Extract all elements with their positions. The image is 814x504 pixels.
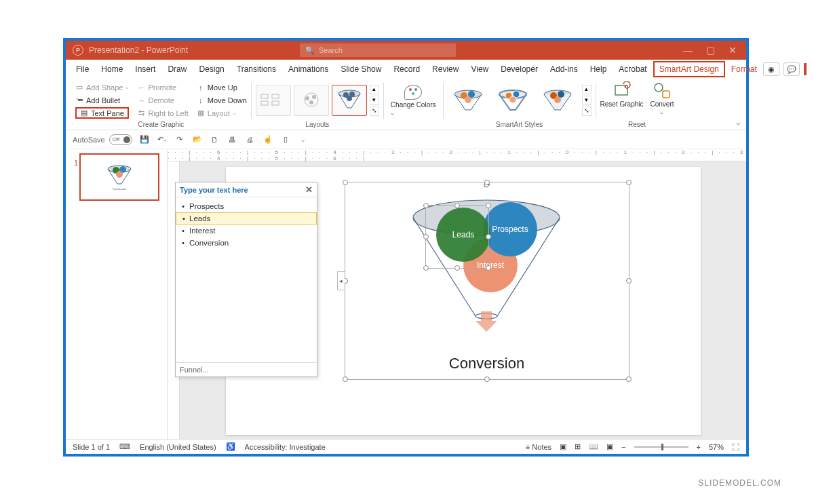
add-bullet-button[interactable]: ≔Add Bullet bbox=[75, 94, 129, 106]
shape-handle[interactable] bbox=[486, 234, 491, 239]
layout-option-2[interactable] bbox=[294, 85, 329, 116]
sorter-view-button[interactable]: ⊞ bbox=[575, 442, 581, 451]
leads-shape-selection[interactable] bbox=[425, 205, 489, 269]
tab-design[interactable]: Design bbox=[193, 61, 230, 77]
shape-handle[interactable] bbox=[423, 265, 429, 271]
open-button[interactable]: 📂 bbox=[192, 134, 203, 145]
layout-scroll-down[interactable]: ▾ bbox=[370, 96, 379, 105]
tab-home[interactable]: Home bbox=[95, 61, 129, 77]
shape-handle[interactable] bbox=[423, 203, 429, 208]
text-pane-button[interactable]: ▤Text Pane bbox=[75, 107, 129, 119]
reading-view-button[interactable]: 📖 bbox=[589, 442, 598, 451]
save-button[interactable]: 💾 bbox=[139, 134, 150, 145]
style-scroll-up[interactable]: ▴ bbox=[582, 85, 592, 94]
camera-button[interactable]: ◉ bbox=[763, 62, 779, 76]
layout-scroll-up[interactable]: ▴ bbox=[370, 85, 379, 94]
notes-button[interactable]: ≡ Notes bbox=[526, 443, 551, 451]
zoom-slider[interactable] bbox=[634, 446, 689, 448]
status-accessibility[interactable]: Accessibility: Investigate bbox=[245, 443, 326, 451]
resize-handle-nw[interactable] bbox=[343, 180, 348, 185]
shape-handle[interactable] bbox=[486, 203, 491, 208]
new-button[interactable]: 🗋 bbox=[210, 134, 220, 145]
slideshow-view-button[interactable]: ▣ bbox=[606, 442, 613, 451]
promote-button[interactable]: ←Promote bbox=[137, 81, 188, 93]
text-pane-window[interactable]: Type your text here ✕ Prospects Leads In… bbox=[175, 182, 317, 377]
tab-slideshow[interactable]: Slide Show bbox=[334, 61, 387, 77]
resize-handle-sw[interactable] bbox=[343, 376, 348, 382]
tab-format[interactable]: Format bbox=[725, 61, 763, 77]
zoom-level[interactable]: 57% bbox=[709, 443, 724, 451]
zoom-in-button[interactable]: + bbox=[697, 443, 701, 451]
qat-more-button[interactable]: ⌵ bbox=[298, 134, 309, 145]
fit-to-window-button[interactable]: ⛶ bbox=[732, 443, 739, 451]
redo-button[interactable]: ↷ bbox=[174, 134, 185, 145]
resize-handle-e[interactable] bbox=[626, 278, 632, 284]
undo-button[interactable]: ↶ ⌵ bbox=[157, 134, 168, 145]
svg-point-25 bbox=[655, 83, 663, 92]
tab-developer[interactable]: Developer bbox=[495, 61, 544, 77]
layout-option-3-selected[interactable] bbox=[332, 85, 367, 116]
resize-handle-ne[interactable] bbox=[626, 180, 632, 185]
layout-more[interactable]: ⤡ bbox=[370, 106, 379, 116]
svg-point-7 bbox=[309, 100, 313, 104]
text-pane-item[interactable]: Prospects bbox=[176, 200, 317, 212]
text-pane-close-button[interactable]: ✕ bbox=[305, 185, 313, 195]
resize-handle-n[interactable] bbox=[484, 180, 490, 185]
text-pane-footer: Funnel... bbox=[176, 362, 317, 376]
tab-animations[interactable]: Animations bbox=[282, 61, 334, 77]
reset-graphic-button[interactable]: Reset Graphic bbox=[600, 81, 644, 108]
tab-transitions[interactable]: Transitions bbox=[231, 61, 282, 77]
zoom-out-button[interactable]: − bbox=[621, 443, 625, 451]
minimize-button[interactable]: — bbox=[683, 45, 693, 56]
touch-mode-button[interactable]: ☝ bbox=[263, 134, 273, 145]
right-to-left-button[interactable]: ⇆Right to Left bbox=[137, 107, 188, 119]
from-beginning-button[interactable]: ▯ bbox=[280, 134, 291, 145]
tab-addins[interactable]: Add-ins bbox=[544, 61, 584, 77]
move-down-button[interactable]: ↓Move Down bbox=[197, 94, 247, 106]
text-pane-item[interactable]: Conversion bbox=[176, 237, 317, 249]
text-pane-item-selected[interactable]: Leads bbox=[176, 212, 317, 225]
text-pane-list[interactable]: Prospects Leads Interest Conversion bbox=[176, 197, 317, 362]
quick-print-button[interactable]: 🖶 bbox=[227, 134, 238, 145]
move-up-button[interactable]: ↑Move Up bbox=[197, 81, 247, 93]
collapse-ribbon-button[interactable]: ⌵ bbox=[736, 118, 741, 127]
shape-handle[interactable] bbox=[423, 234, 429, 239]
search-input[interactable]: 🔍 Search bbox=[300, 43, 456, 57]
tab-view[interactable]: View bbox=[465, 61, 495, 77]
maximize-button[interactable]: ▢ bbox=[706, 45, 715, 56]
text-pane-item[interactable]: Interest bbox=[176, 225, 317, 237]
tab-insert[interactable]: Insert bbox=[129, 61, 161, 77]
shape-handle[interactable] bbox=[486, 265, 491, 271]
tab-smartart-design[interactable]: SmartArt Design bbox=[653, 61, 725, 77]
style-option-3[interactable] bbox=[537, 85, 578, 116]
layout-button[interactable]: ▦Layout ⌵ bbox=[197, 107, 247, 119]
demote-button[interactable]: →Demote bbox=[137, 94, 188, 106]
text-pane-expand-tab[interactable]: ◂ bbox=[337, 271, 345, 290]
shape-handle[interactable] bbox=[454, 265, 460, 271]
status-language[interactable]: English (United States) bbox=[140, 443, 216, 451]
close-button[interactable]: ✕ bbox=[729, 45, 737, 56]
style-more[interactable]: ⤡ bbox=[582, 106, 592, 116]
convert-button[interactable]: Convert⌵ bbox=[650, 81, 674, 116]
tab-help[interactable]: Help bbox=[584, 61, 613, 77]
style-option-2[interactable] bbox=[492, 85, 533, 116]
style-option-1[interactable] bbox=[448, 85, 488, 116]
tab-draw[interactable]: Draw bbox=[161, 61, 193, 77]
tab-file[interactable]: File bbox=[70, 61, 95, 77]
smartart-selection-box[interactable]: ⟳ ◂ bbox=[345, 182, 629, 380]
change-colors-button[interactable]: Change Colors⌵ bbox=[388, 85, 439, 117]
comments-button[interactable]: 💬 bbox=[783, 62, 800, 76]
print-preview-button[interactable]: 🖨 bbox=[245, 134, 256, 145]
style-scroll-down[interactable]: ▾ bbox=[582, 96, 592, 105]
layout-option-1[interactable] bbox=[256, 85, 291, 116]
autosave-toggle[interactable]: Off bbox=[109, 134, 132, 145]
shape-handle[interactable] bbox=[454, 203, 460, 208]
normal-view-button[interactable]: ▣ bbox=[560, 442, 566, 451]
resize-handle-s[interactable] bbox=[484, 376, 490, 382]
tab-record[interactable]: Record bbox=[387, 61, 426, 77]
resize-handle-se[interactable] bbox=[626, 376, 632, 382]
tab-acrobat[interactable]: Acrobat bbox=[613, 61, 653, 77]
add-shape-button[interactable]: ▭Add Shape ⌵ bbox=[75, 81, 129, 93]
slide-thumbnail-1[interactable]: Conversion bbox=[79, 153, 159, 201]
tab-review[interactable]: Review bbox=[426, 61, 465, 77]
